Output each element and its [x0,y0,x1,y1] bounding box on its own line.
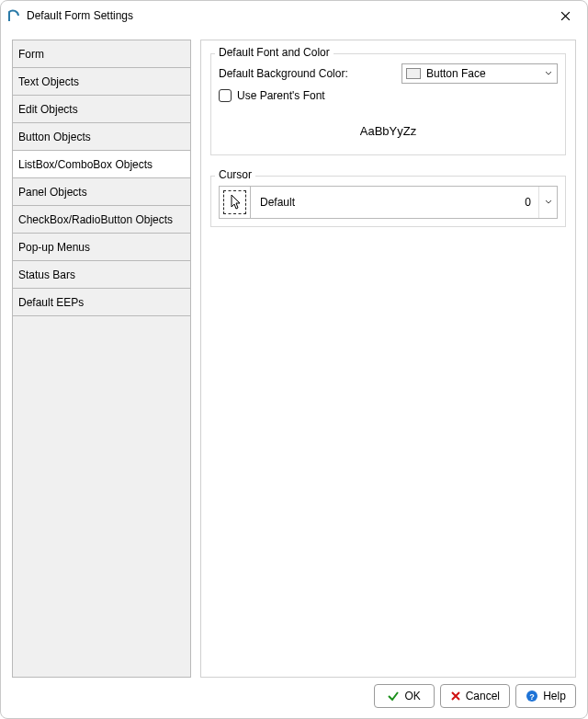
sidenav-item-default-eeps[interactable]: Default EEPs [13,289,190,316]
sidenav-item-popup-menus[interactable]: Pop-up Menus [13,234,190,261]
help-icon: ? [526,690,538,702]
cursor-name: Default [251,196,517,209]
color-swatch-icon [406,68,421,79]
use-parent-font-checkbox[interactable] [219,89,232,102]
close-button[interactable] [550,3,580,29]
list-item-label: Panel Objects [18,186,87,199]
font-color-groupbox: Default Font and Color Default Backgroun… [210,53,566,155]
list-item-label: Text Objects [18,75,79,88]
font-sample-text: AaBbYyZz [219,102,558,147]
list-item-label: Default EEPs [18,296,84,309]
list-item-label: ListBox/ComboBox Objects [18,158,153,171]
dialog-window: Default Form Settings Form Text Objects … [0,0,588,719]
list-item-label: CheckBox/RadioButton Objects [18,213,173,226]
x-icon [450,690,461,702]
button-label: Help [543,690,566,702]
app-icon [6,8,21,23]
cursor-selector[interactable]: Default 0 [219,186,558,219]
cursor-groupbox: Cursor Default 0 [210,176,566,227]
groupbox-legend: Default Font and Color [215,46,334,59]
ok-button[interactable]: OK [374,684,435,708]
svg-text:?: ? [529,692,535,702]
sidenav-item-checkbox-radiobutton-objects[interactable]: CheckBox/RadioButton Objects [13,206,190,234]
cursor-dropdown-button[interactable] [538,187,557,218]
chevron-down-icon [545,199,552,206]
button-bar: OK Cancel ? Help [1,681,587,718]
button-label: OK [404,690,420,702]
help-button[interactable]: ? Help [515,684,576,708]
bg-color-combo[interactable]: Button Face [401,63,558,84]
groupbox-legend: Cursor [215,168,255,181]
window-title: Default Form Settings [27,9,550,22]
list-item-label: Button Objects [18,131,91,143]
content-area: Form Text Objects Edit Objects Button Ob… [1,30,587,681]
category-list: Form Text Objects Edit Objects Button Ob… [12,40,191,678]
button-label: Cancel [466,690,500,702]
use-parent-font-label: Use Parent's Font [237,89,325,102]
settings-panel: Default Font and Color Default Backgroun… [200,40,576,678]
list-item-label: Pop-up Menus [18,241,90,254]
titlebar: Default Form Settings [1,1,587,30]
sidenav-item-edit-objects[interactable]: Edit Objects [13,96,190,123]
sidenav-item-status-bars[interactable]: Status Bars [13,261,190,289]
chevron-down-icon [544,70,553,77]
bg-color-label: Default Background Color: [219,67,348,80]
list-item-label: Status Bars [18,268,75,281]
check-icon [387,690,400,702]
list-item-label: Edit Objects [18,103,78,116]
cursor-value: 0 [517,196,538,209]
close-icon [560,11,571,21]
cursor-preview [220,187,251,218]
cancel-button[interactable]: Cancel [440,684,510,708]
sidenav-item-text-objects[interactable]: Text Objects [13,68,190,96]
sidenav-item-panel-objects[interactable]: Panel Objects [13,178,190,206]
combo-text: Button Face [426,67,538,80]
sidenav-item-button-objects[interactable]: Button Objects [13,123,190,151]
list-item-label: Form [18,48,44,61]
sidenav-item-listbox-combobox-objects[interactable]: ListBox/ComboBox Objects [13,151,190,178]
cursor-arrow-icon [229,194,242,211]
sidenav-item-form[interactable]: Form [13,40,190,68]
